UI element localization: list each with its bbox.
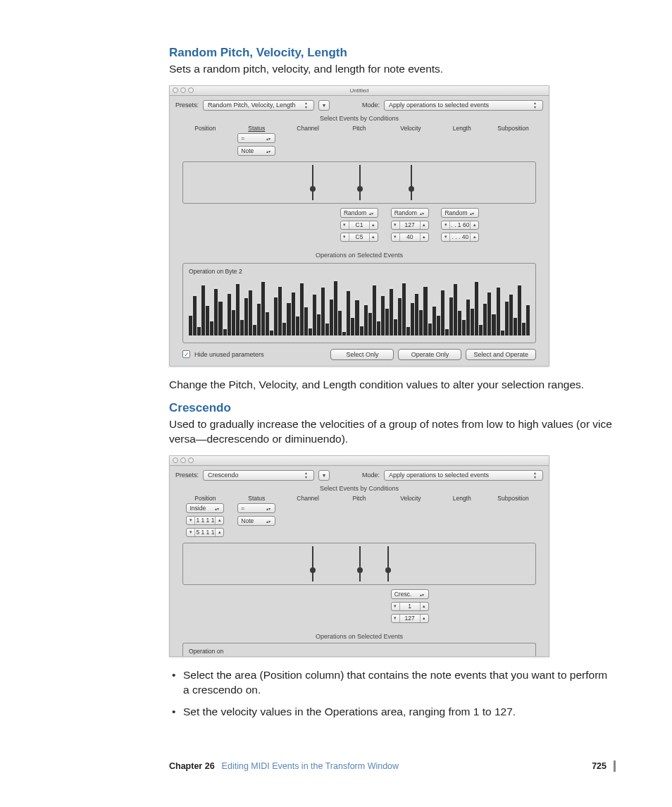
chevron-updown-icon — [420, 209, 425, 216]
velocity-lo-stepper[interactable]: ▾127▴ — [391, 221, 429, 230]
transform-window-screenshot-2: Presets: Crescendo ▾ Mode: Apply operati… — [169, 455, 549, 657]
condition-graph — [182, 161, 536, 204]
select-only-button[interactable]: Select Only — [330, 349, 394, 360]
chart-bar — [223, 327, 227, 335]
mode-select[interactable]: Apply operations to selected events — [384, 100, 543, 111]
chevron-updown-icon — [215, 505, 220, 512]
condition-columns: Position Status Channel Pitch Velocity L… — [180, 125, 539, 132]
chart-bar — [270, 328, 273, 335]
presets-select[interactable]: Crescendo — [203, 470, 314, 481]
chart-bar — [454, 282, 457, 335]
operation-on-box: Operation on — [182, 643, 536, 656]
chart-bar — [304, 305, 308, 335]
chart-bar — [249, 288, 252, 335]
length-lo-stepper[interactable]: ▾. . 1 60▴ — [441, 221, 479, 230]
cresc-hi-stepper[interactable]: ▾127▴ — [391, 614, 429, 623]
chart-bar — [201, 283, 205, 335]
pitch-hi-stepper[interactable]: ▾C5▴ — [340, 233, 378, 242]
chart-bar — [449, 295, 453, 335]
chart-bar — [261, 280, 265, 335]
chevron-updown-icon — [302, 101, 309, 110]
velocity-op-cresc-select[interactable]: Cresc. — [391, 589, 429, 599]
status-val-select[interactable]: Note — [237, 146, 275, 156]
pitch-lo-stepper[interactable]: ▾C1▴ — [340, 221, 378, 230]
chart-bar — [522, 321, 525, 335]
heading-random-pitch: Random Pitch, Velocity, Length — [169, 46, 616, 60]
velocity-op-select[interactable]: Random — [391, 208, 429, 218]
page-footer: Chapter 26 Editing MIDI Events in the Tr… — [169, 760, 616, 772]
operate-only-button[interactable]: Operate Only — [398, 349, 461, 360]
presets-menu-button[interactable]: ▾ — [318, 100, 330, 111]
presets-label: Presets: — [175, 472, 199, 479]
presets-select[interactable]: Random Pitch, Velocity, Length — [203, 100, 314, 111]
chart-bar — [218, 300, 222, 335]
velocity-hi-stepper[interactable]: ▾40▴ — [391, 233, 429, 242]
chart-bar — [373, 283, 376, 335]
chart-bar — [479, 323, 483, 335]
chart-bar — [471, 307, 474, 335]
status-op-select[interactable]: = — [237, 133, 275, 143]
chevron-updown-icon — [420, 591, 425, 598]
chart-bar — [282, 321, 286, 335]
chart-bar — [325, 321, 329, 335]
chart-bar — [518, 283, 521, 335]
chart-bar — [296, 314, 299, 335]
position-a-stepper[interactable]: ▾1 1 1 1▴ — [186, 516, 224, 525]
length-op-select[interactable]: Random — [441, 208, 479, 218]
presets-menu-button[interactable]: ▾ — [318, 470, 330, 481]
chart-bar — [309, 326, 312, 335]
chevron-updown-icon — [266, 147, 272, 154]
para-s1-1: Sets a random pitch, velocity, and lengt… — [169, 62, 616, 77]
pitch-op-select[interactable]: Random — [340, 208, 378, 218]
status-op-select[interactable]: = — [237, 503, 275, 513]
position-op-select[interactable]: Inside — [186, 503, 224, 513]
chart-bar — [385, 307, 389, 335]
chart-bar — [445, 327, 449, 335]
hide-unused-checkbox[interactable]: ✓ — [182, 350, 190, 358]
footer-bar-icon — [614, 760, 616, 772]
titlebar: Untitled — [170, 86, 549, 96]
chevron-updown-icon — [369, 209, 375, 216]
bullet-1: Select the area (Position column) that c… — [182, 668, 616, 698]
close-icon — [173, 457, 178, 463]
cresc-lo-stepper[interactable]: ▾1▴ — [391, 602, 429, 611]
chart-bar — [193, 294, 197, 335]
bullet-2: Set the velocity values in the Operation… — [182, 705, 616, 720]
chart-bar — [364, 303, 368, 335]
operations-title: Operations on Selected Events — [175, 252, 543, 259]
select-and-operate-button[interactable]: Select and Operate — [466, 349, 536, 360]
chart-bar — [428, 321, 432, 335]
footer-chapter: Chapter 26 — [169, 761, 215, 771]
window-title: Untitled — [170, 87, 549, 94]
chart-bar — [441, 288, 444, 335]
chart-bar — [509, 292, 513, 335]
length-hi-stepper[interactable]: ▾. . . 40▴ — [441, 233, 479, 242]
byte2-chart-box: Operation on Byte 2 — [182, 263, 536, 343]
chart-bar — [402, 281, 406, 335]
chevron-updown-icon — [266, 517, 272, 524]
chart-bar — [317, 312, 321, 335]
crescendo-bullets: Select the area (Position column) that c… — [169, 668, 616, 720]
hide-unused-label: Hide unused parameters — [194, 351, 264, 358]
chart-bar — [292, 290, 295, 335]
chevron-updown-icon — [266, 135, 272, 142]
chart-bar — [253, 323, 256, 335]
chart-bar — [240, 318, 244, 335]
chart-bar — [411, 301, 414, 335]
position-b-stepper[interactable]: ▾5 1 1 1▴ — [186, 528, 224, 537]
chart-bar — [342, 330, 346, 335]
para-s1-2: Change the Pitch, Velocity, and Length c… — [169, 378, 616, 393]
chart-bar — [300, 281, 304, 335]
chart-bar — [197, 325, 201, 335]
chart-bar — [244, 296, 248, 335]
chart-bar — [278, 285, 282, 335]
chart-bar — [415, 292, 418, 335]
chart-bar — [232, 308, 235, 335]
chart-bar — [210, 319, 213, 335]
chart-bar — [492, 312, 495, 335]
chart-bar — [381, 294, 385, 335]
chart-bar — [334, 279, 337, 335]
mode-select[interactable]: Apply operations to selected events — [384, 470, 543, 481]
status-val-select[interactable]: Note — [237, 516, 275, 526]
byte2-bar-chart — [189, 278, 530, 335]
